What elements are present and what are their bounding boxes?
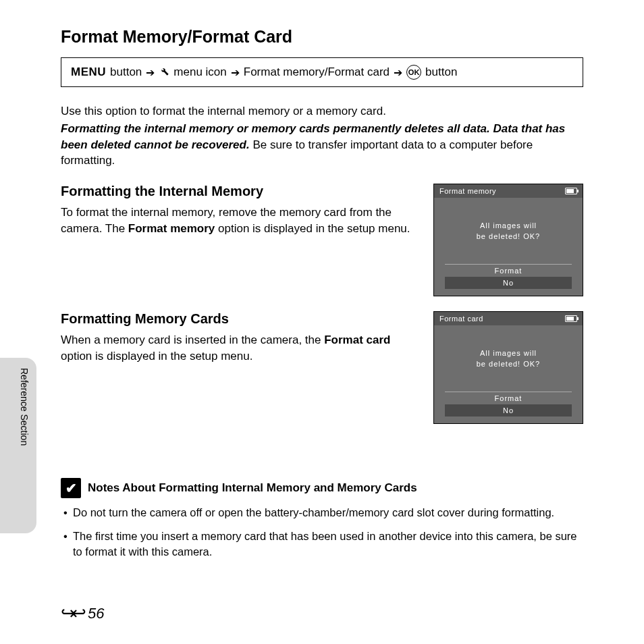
wrench-icon bbox=[159, 65, 169, 80]
section1-heading: Formatting the Internal Memory bbox=[61, 184, 420, 199]
lcd-option-format: Format bbox=[445, 392, 572, 404]
lcd-option-no: No bbox=[445, 404, 572, 417]
lcd-header: Format card bbox=[434, 312, 583, 325]
lcd-header: Format memory bbox=[434, 184, 583, 198]
navigation-path-box: MENU button ➔ menu icon ➔ Format memory/… bbox=[61, 57, 583, 87]
menu-label: MENU bbox=[71, 65, 106, 79]
lcd-option-format: Format bbox=[445, 265, 572, 277]
nav-text: button bbox=[425, 65, 457, 79]
section1-text-bold: Format memory bbox=[128, 222, 215, 235]
reference-link-icon: ↪↩ bbox=[61, 603, 82, 624]
nav-text: Format memory/Format card bbox=[244, 65, 390, 79]
sidebar-tab bbox=[0, 358, 36, 533]
notes-list: Do not turn the camera off or open the b… bbox=[61, 505, 583, 560]
notes-header: ✔ Notes About Formatting Internal Memory… bbox=[61, 478, 583, 498]
section2-heading: Formatting Memory Cards bbox=[61, 311, 420, 327]
lcd-option-no: No bbox=[445, 277, 572, 289]
lcd-line1: All images will bbox=[480, 348, 537, 359]
battery-icon bbox=[565, 315, 577, 322]
page-title: Format Memory/Format Card bbox=[61, 27, 583, 47]
arrow-right-icon: ➔ bbox=[394, 66, 402, 79]
notes-block: ✔ Notes About Formatting Internal Memory… bbox=[61, 478, 583, 560]
lcd-options: Format No bbox=[445, 264, 572, 289]
page-number-value: 56 bbox=[88, 605, 104, 622]
list-item: The first time you insert a memory card … bbox=[63, 529, 583, 560]
lcd-screenshot-format-memory: Format memory All images will be deleted… bbox=[433, 184, 583, 296]
battery-icon bbox=[565, 188, 577, 194]
notes-title: Notes About Formatting Internal Memory a… bbox=[88, 481, 417, 495]
nav-text: button bbox=[110, 65, 142, 79]
lcd-options: Format No bbox=[445, 392, 572, 417]
section2-text-b: option is displayed in the setup menu. bbox=[61, 350, 252, 363]
arrow-right-icon: ➔ bbox=[231, 66, 240, 79]
section-memory-cards: Formatting Memory Cards When a memory ca… bbox=[61, 311, 583, 424]
lcd-screenshot-format-card: Format card All images will be deleted! … bbox=[433, 311, 583, 424]
intro-text: Use this option to format the internal m… bbox=[61, 103, 583, 119]
section2-text-a: When a memory card is inserted in the ca… bbox=[61, 333, 324, 346]
lcd-body: All images will be deleted! OK? bbox=[434, 198, 583, 264]
section2-text-bold: Format card bbox=[324, 333, 390, 346]
lcd-line2: be deleted! OK? bbox=[477, 231, 541, 242]
lcd-title: Format card bbox=[439, 315, 483, 323]
section-internal-memory: Formatting the Internal Memory To format… bbox=[61, 184, 583, 296]
section2-body: When a memory card is inserted in the ca… bbox=[61, 332, 420, 365]
check-badge-icon: ✔ bbox=[61, 478, 81, 498]
nav-text: menu icon bbox=[173, 65, 226, 79]
section1-body: To format the internal memory, remove th… bbox=[61, 205, 420, 237]
lcd-line2: be deleted! OK? bbox=[477, 358, 541, 370]
warning-text: Formatting the internal memory or memory… bbox=[61, 121, 583, 169]
lcd-body: All images will be deleted! OK? bbox=[434, 325, 583, 392]
lcd-title: Format memory bbox=[439, 187, 496, 195]
page-number: ↪↩ 56 bbox=[61, 603, 104, 624]
list-item: Do not turn the camera off or open the b… bbox=[63, 505, 583, 520]
lcd-line1: All images will bbox=[480, 220, 537, 232]
section1-text-b: option is displayed in the setup menu. bbox=[215, 222, 410, 235]
ok-button-icon: OK bbox=[406, 65, 421, 80]
sidebar-label: Reference Section bbox=[19, 368, 30, 446]
arrow-right-icon: ➔ bbox=[146, 66, 155, 79]
